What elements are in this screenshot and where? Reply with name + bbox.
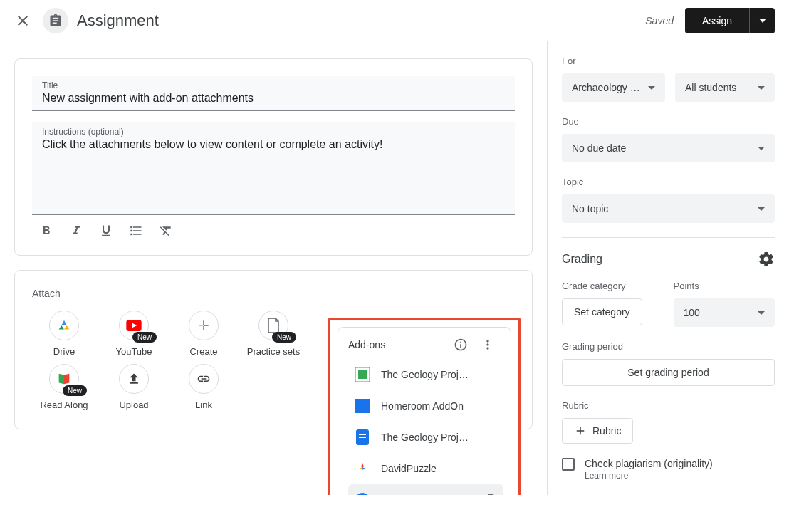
grading-period-label: Grading period (562, 341, 775, 352)
assign-dropdown[interactable] (749, 8, 775, 33)
bullet-list-icon[interactable] (129, 224, 143, 238)
caret-down-icon (648, 86, 655, 90)
instructions-label: Instructions (optional) (42, 127, 505, 137)
set-grading-period-button[interactable]: Set grading period (562, 359, 775, 386)
addon-item[interactable]: DavidPuzzle (348, 453, 503, 484)
info-icon[interactable] (454, 338, 468, 352)
topic-select[interactable]: No topic (562, 194, 775, 223)
addon-item[interactable]: The Geology Proj… (348, 422, 503, 453)
page-title: Assignment (77, 11, 645, 30)
gear-icon[interactable] (758, 251, 775, 268)
upload-icon (127, 372, 141, 386)
title-field-wrap[interactable]: Title (32, 76, 515, 111)
due-select[interactable]: No due date (562, 134, 775, 162)
plagiarism-checkbox[interactable] (562, 458, 575, 471)
addon-item[interactable]: Homeroom AddOn (348, 390, 503, 422)
grading-title: Grading (562, 253, 602, 266)
attach-link[interactable]: Link (172, 364, 236, 412)
youtube-icon (126, 320, 142, 331)
title-input[interactable] (42, 92, 505, 105)
svg-rect-5 (359, 437, 366, 438)
addon-item[interactable]: The Geology Proj… (348, 359, 503, 390)
for-label: For (562, 56, 775, 66)
topic-label: Topic (562, 177, 775, 187)
caret-down-icon (758, 86, 765, 90)
addons-panel: Add-ons The Geology Proj… Homeroom AddOn (338, 327, 511, 495)
points-select[interactable]: 100 (674, 298, 775, 327)
attach-practice-sets[interactable]: New Practice sets (241, 311, 305, 358)
underline-icon[interactable] (99, 224, 113, 238)
document-icon (267, 318, 280, 333)
clear-format-icon[interactable] (159, 224, 173, 238)
addons-panel-highlight: Add-ons The Geology Proj… Homeroom AddOn (328, 318, 521, 495)
points-label: Points (674, 281, 775, 291)
svg-rect-4 (359, 434, 366, 435)
geology-icon (354, 366, 371, 383)
arts-culture-icon (354, 491, 371, 495)
geology2-icon (354, 429, 371, 446)
students-select[interactable]: All students (675, 73, 775, 102)
assignment-icon (43, 8, 68, 33)
format-toolbar (32, 215, 515, 238)
more-vert-icon[interactable] (481, 338, 495, 352)
drive-icon (56, 318, 72, 333)
assign-button[interactable]: Assign (685, 8, 749, 33)
svg-point-6 (355, 493, 370, 495)
addon-item-hover[interactable]: Google Arts & Cu (348, 484, 503, 495)
instructions-input[interactable]: Click the attachments below to view cont… (42, 138, 505, 195)
attach-grid: Drive New YouTube Create New Practice se… (32, 311, 317, 412)
saved-status: Saved (645, 15, 674, 26)
class-select[interactable]: Archaeology … (562, 73, 665, 102)
assignment-form-card: Title Instructions (optional) Click the … (14, 58, 533, 256)
attach-drive[interactable]: Drive (32, 311, 96, 358)
caret-down-icon (758, 207, 765, 211)
info-icon[interactable] (484, 493, 498, 495)
close-icon[interactable] (14, 12, 31, 29)
plus-icon (574, 424, 587, 437)
bold-icon[interactable] (39, 224, 53, 238)
link-icon (197, 372, 211, 386)
caret-down-icon (758, 311, 765, 315)
learn-more-link[interactable]: Learn more (585, 471, 713, 481)
puzzle-icon (354, 460, 371, 477)
homeroom-icon (354, 397, 371, 414)
plagiarism-label: Check plagiarism (originality) (585, 458, 713, 469)
caret-down-icon (758, 147, 765, 150)
sidebar: For Archaeology … All students Due No du… (547, 41, 789, 495)
rubric-label: Rubric (562, 400, 775, 411)
rubric-button[interactable]: Rubric (562, 418, 633, 444)
caret-down-icon (759, 17, 766, 24)
svg-rect-2 (358, 370, 367, 379)
attach-upload[interactable]: Upload (102, 364, 166, 412)
attach-read-along[interactable]: New Read Along (32, 364, 96, 412)
instructions-field-wrap[interactable]: Instructions (optional) Click the attach… (32, 122, 515, 215)
plus-icon (197, 318, 211, 333)
attach-create[interactable]: Create (172, 311, 236, 358)
italic-icon[interactable] (69, 224, 83, 238)
book-icon (56, 371, 72, 387)
attach-label: Attach (32, 288, 515, 299)
due-label: Due (562, 116, 775, 127)
app-header: Assignment Saved Assign (0, 0, 789, 41)
grade-category-label: Grade category (562, 281, 664, 291)
set-category-button[interactable]: Set category (562, 298, 642, 325)
attach-youtube[interactable]: New YouTube (102, 311, 166, 358)
title-label: Title (42, 80, 505, 90)
addons-title: Add-ons (348, 339, 385, 350)
